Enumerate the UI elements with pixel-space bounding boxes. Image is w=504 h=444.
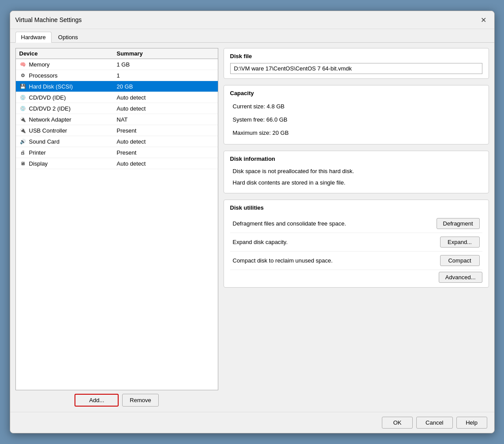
capacity-label: Capacity xyxy=(230,90,482,96)
main-content: Device Summary 🧠 Memory 1 GB ⚙ Processor… xyxy=(10,43,494,412)
cd-dvd-icon: 💿 xyxy=(19,94,26,101)
remove-button[interactable]: Remove xyxy=(122,394,158,407)
device-row-processors[interactable]: ⚙ Processors 1 xyxy=(16,70,218,81)
device-list: Device Summary 🧠 Memory 1 GB ⚙ Processor… xyxy=(15,48,218,390)
disk-file-label: Disk file xyxy=(230,53,482,59)
device-row-sound[interactable]: 🔊 Sound Card Auto detect xyxy=(16,136,218,147)
tab-bar: Hardware Options xyxy=(10,29,494,43)
memory-icon: 🧠 xyxy=(19,61,26,68)
dialog-footer: OK Cancel Help xyxy=(10,412,494,433)
device-summary-cd-dvd: Auto detect xyxy=(117,94,214,101)
device-summary-processors: 1 xyxy=(117,72,214,79)
defragment-text: Defragment files and consolidate free sp… xyxy=(233,220,437,227)
device-summary-usb: Present xyxy=(117,127,214,134)
device-row-cd-dvd[interactable]: 💿 CD/DVD (IDE) Auto detect xyxy=(16,92,218,103)
compact-row: Compact disk to reclaim unused space. Co… xyxy=(230,252,482,270)
close-button[interactable]: ✕ xyxy=(478,15,489,25)
right-panel: Disk file Capacity Current size: 4.8 GB … xyxy=(224,48,489,407)
defragment-button[interactable]: Defragment xyxy=(437,218,480,229)
current-size: Current size: 4.8 GB xyxy=(230,100,482,113)
processors-icon: ⚙ xyxy=(19,72,26,79)
add-button[interactable]: Add... xyxy=(75,394,119,407)
disk-information-label: Disk information xyxy=(230,155,482,162)
device-summary-cd-dvd2: Auto detect xyxy=(117,105,214,112)
compact-button[interactable]: Compact xyxy=(440,255,480,266)
ok-button[interactable]: OK xyxy=(382,417,413,429)
advanced-button[interactable]: Advanced... xyxy=(439,272,482,283)
device-summary-hard-disk: 20 GB xyxy=(117,83,214,90)
disk-information-section: Disk information Disk space is not preal… xyxy=(224,151,489,193)
expand-text: Expand disk capacity. xyxy=(233,239,440,245)
defragment-row: Defragment files and consolidate free sp… xyxy=(230,215,482,233)
compact-text: Compact disk to reclaim unused space. xyxy=(233,257,440,264)
expand-button[interactable]: Expand... xyxy=(440,237,480,248)
capacity-info: Current size: 4.8 GB System free: 66.0 G… xyxy=(230,100,482,140)
sound-icon: 🔊 xyxy=(19,138,26,145)
device-list-header: Device Summary xyxy=(16,48,218,59)
device-summary-display: Auto detect xyxy=(117,160,214,167)
usb-icon: 🔌 xyxy=(19,127,26,134)
system-free: System free: 66.0 GB xyxy=(230,113,482,126)
disk-info-line2: Hard disk contents are stored in a singl… xyxy=(230,177,482,189)
capacity-section: Capacity Current size: 4.8 GB System fre… xyxy=(224,85,489,144)
col-summary-header: Summary xyxy=(117,50,214,57)
disk-info-line1: Disk space is not preallocated for this … xyxy=(230,166,482,177)
device-summary-memory: 1 GB xyxy=(117,61,214,68)
col-device-header: Device xyxy=(19,50,117,57)
cd-dvd2-icon: 💿 xyxy=(19,105,26,112)
display-icon: 🖥 xyxy=(19,160,26,167)
device-row-usb[interactable]: 🔌 USB Controller Present xyxy=(16,125,218,136)
device-summary-sound: Auto detect xyxy=(117,138,214,145)
tab-hardware[interactable]: Hardware xyxy=(15,32,52,43)
disk-file-section: Disk file xyxy=(224,48,489,79)
device-name-cd-dvd2: CD/DVD 2 (IDE) xyxy=(29,105,71,112)
device-name-hard-disk: Hard Disk (SCSI) xyxy=(29,83,73,90)
left-panel: Device Summary 🧠 Memory 1 GB ⚙ Processor… xyxy=(15,48,218,407)
device-name-printer: Printer xyxy=(29,149,46,156)
expand-row: Expand disk capacity. Expand... xyxy=(230,233,482,252)
device-name-usb: USB Controller xyxy=(29,127,67,134)
advanced-row: Advanced... xyxy=(230,272,482,283)
device-summary-network: NAT xyxy=(117,116,214,123)
tab-options[interactable]: Options xyxy=(52,32,84,42)
device-name-network: Network Adapter xyxy=(29,116,71,123)
device-row-hard-disk[interactable]: 💾 Hard Disk (SCSI) 20 GB xyxy=(16,81,218,92)
disk-utilities-section: Disk utilities Defragment files and cons… xyxy=(224,200,489,288)
printer-icon: 🖨 xyxy=(19,149,26,156)
cancel-button[interactable]: Cancel xyxy=(416,417,452,429)
hard-disk-icon: 💾 xyxy=(19,83,26,90)
virtual-machine-settings-dialog: Virtual Machine Settings ✕ Hardware Opti… xyxy=(10,11,495,433)
title-bar: Virtual Machine Settings ✕ xyxy=(10,11,494,29)
device-row-printer[interactable]: 🖨 Printer Present xyxy=(16,147,218,158)
device-name-display: Display xyxy=(29,160,48,167)
device-row-display[interactable]: 🖥 Display Auto detect xyxy=(16,158,218,169)
device-name-memory: Memory xyxy=(29,61,50,68)
network-icon: 🔌 xyxy=(19,116,26,123)
device-summary-printer: Present xyxy=(117,149,214,156)
dialog-title: Virtual Machine Settings xyxy=(15,16,82,23)
device-row-network[interactable]: 🔌 Network Adapter NAT xyxy=(16,114,218,125)
disk-utilities-label: Disk utilities xyxy=(230,204,482,211)
device-list-buttons: Add... Remove xyxy=(15,394,218,407)
maximum-size: Maximum size: 20 GB xyxy=(230,126,482,140)
disk-file-input[interactable] xyxy=(230,63,482,74)
device-row-cd-dvd2[interactable]: 💿 CD/DVD 2 (IDE) Auto detect xyxy=(16,103,218,114)
device-name-sound: Sound Card xyxy=(29,138,60,145)
device-row-memory[interactable]: 🧠 Memory 1 GB xyxy=(16,59,218,70)
device-name-cd-dvd: CD/DVD (IDE) xyxy=(29,94,66,101)
help-button[interactable]: Help xyxy=(456,417,487,429)
device-name-processors: Processors xyxy=(29,72,58,79)
